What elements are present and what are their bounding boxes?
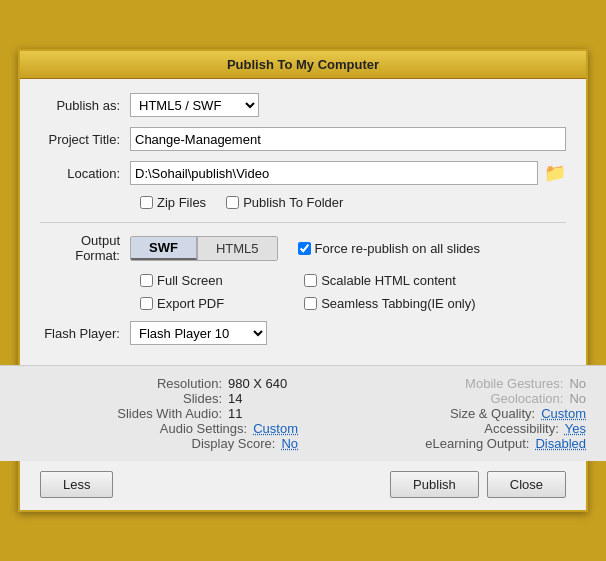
publish-as-label: Publish as:	[40, 98, 130, 113]
stats-grid: Resolution: 980 X 640 Slides: 14 Slides …	[20, 376, 586, 451]
publish-dialog: Publish To My Computer Publish as: HTML5…	[18, 49, 588, 512]
flash-player-control: Flash Player 10 Flash Player 11	[130, 321, 566, 345]
publish-as-select[interactable]: HTML5 / SWF HTML5 SWF	[130, 93, 259, 117]
options-grid: Full Screen Export PDF Scalable HTML con…	[140, 273, 566, 311]
stats-section: Resolution: 980 X 640 Slides: 14 Slides …	[0, 365, 606, 461]
output-format-row: Output Format: SWF HTML5 Force re-publis…	[40, 233, 566, 263]
zip-folder-row: Zip Files Publish To Folder	[140, 195, 566, 210]
geolocation-label: Geolocation:	[453, 391, 563, 406]
zip-files-checkbox-label[interactable]: Zip Files	[140, 195, 206, 210]
slides-audio-value: 11	[228, 406, 298, 421]
zip-files-checkbox[interactable]	[140, 196, 153, 209]
stats-right-col: Mobile Gestures: No Geolocation: No Size…	[308, 376, 586, 451]
swf-format-button[interactable]: SWF	[131, 237, 197, 260]
flash-player-row: Flash Player: Flash Player 10 Flash Play…	[40, 321, 566, 345]
display-score-row: Display Score: No	[20, 436, 298, 451]
close-button[interactable]: Close	[487, 471, 566, 498]
full-screen-checkbox[interactable]	[140, 274, 153, 287]
resolution-label: Resolution:	[112, 376, 222, 391]
html5-format-button[interactable]: HTML5	[197, 237, 277, 260]
flash-player-label: Flash Player:	[40, 326, 130, 341]
scalable-html-label[interactable]: Scalable HTML content	[304, 273, 475, 288]
resolution-value: 980 X 640	[228, 376, 298, 391]
slides-label: Slides:	[112, 391, 222, 406]
publish-as-row: Publish as: HTML5 / SWF HTML5 SWF	[40, 93, 566, 117]
publish-to-folder-checkbox-label[interactable]: Publish To Folder	[226, 195, 343, 210]
options-col-left: Full Screen Export PDF	[140, 273, 224, 311]
options-col-right: Scalable HTML content Seamless Tabbing(I…	[304, 273, 475, 311]
slides-audio-row: Slides With Audio: 11	[20, 406, 298, 421]
flash-player-select[interactable]: Flash Player 10 Flash Player 11	[130, 321, 267, 345]
less-button[interactable]: Less	[40, 471, 113, 498]
slides-row: Slides: 14	[20, 391, 298, 406]
seamless-tabbing-label[interactable]: Seamless Tabbing(IE only)	[304, 296, 475, 311]
audio-settings-label: Audio Settings:	[137, 421, 247, 436]
location-input[interactable]	[130, 161, 538, 185]
mobile-gestures-label: Mobile Gestures:	[453, 376, 563, 391]
accessibility-label: Accessibility:	[449, 421, 559, 436]
slides-value: 14	[228, 391, 298, 406]
audio-settings-link[interactable]: Custom	[253, 421, 298, 436]
export-pdf-checkbox[interactable]	[140, 297, 153, 310]
mobile-gestures-value: No	[569, 376, 586, 391]
export-pdf-label[interactable]: Export PDF	[140, 296, 224, 311]
full-screen-label[interactable]: Full Screen	[140, 273, 224, 288]
project-title-control	[130, 127, 566, 151]
geolocation-row: Geolocation: No	[308, 391, 586, 406]
accessibility-link[interactable]: Yes	[565, 421, 586, 436]
force-republish-checkbox[interactable]	[298, 242, 311, 255]
project-title-input[interactable]	[130, 127, 566, 151]
resolution-row: Resolution: 980 X 640	[20, 376, 298, 391]
display-score-label: Display Score:	[165, 436, 275, 451]
force-republish-label[interactable]: Force re-publish on all slides	[298, 241, 480, 256]
scalable-html-checkbox[interactable]	[304, 274, 317, 287]
location-control: 📁	[130, 161, 566, 185]
elearning-output-label: eLearning Output:	[419, 436, 529, 451]
folder-icon[interactable]: 📁	[544, 162, 566, 184]
publish-as-control: HTML5 / SWF HTML5 SWF	[130, 93, 566, 117]
project-title-row: Project Title:	[40, 127, 566, 151]
size-quality-label: Size & Quality:	[425, 406, 535, 421]
dialog-title: Publish To My Computer	[20, 51, 586, 79]
audio-settings-row: Audio Settings: Custom	[20, 421, 298, 436]
seamless-tabbing-checkbox[interactable]	[304, 297, 317, 310]
footer-buttons: Less Publish Close	[20, 461, 586, 510]
location-label: Location:	[40, 166, 130, 181]
size-quality-row: Size & Quality: Custom	[308, 406, 586, 421]
stats-left-col: Resolution: 980 X 640 Slides: 14 Slides …	[20, 376, 298, 451]
elearning-output-row: eLearning Output: Disabled	[308, 436, 586, 451]
divider-1	[40, 222, 566, 223]
accessibility-row: Accessibility: Yes	[308, 421, 586, 436]
slides-audio-label: Slides With Audio:	[112, 406, 222, 421]
format-button-group: SWF HTML5	[130, 236, 278, 261]
project-title-label: Project Title:	[40, 132, 130, 147]
elearning-output-link[interactable]: Disabled	[535, 436, 586, 451]
mobile-gestures-row: Mobile Gestures: No	[308, 376, 586, 391]
location-row: Location: 📁	[40, 161, 566, 185]
publish-button[interactable]: Publish	[390, 471, 479, 498]
display-score-link[interactable]: No	[281, 436, 298, 451]
footer-right-buttons: Publish Close	[390, 471, 566, 498]
output-format-label: Output Format:	[40, 233, 130, 263]
geolocation-value: No	[569, 391, 586, 406]
size-quality-link[interactable]: Custom	[541, 406, 586, 421]
publish-to-folder-checkbox[interactable]	[226, 196, 239, 209]
